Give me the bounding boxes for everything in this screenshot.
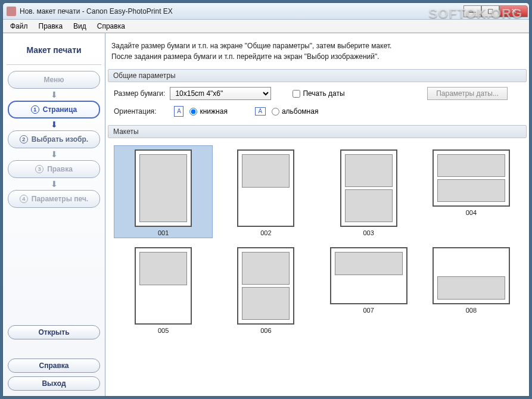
layout-thumb xyxy=(135,247,192,325)
app-window: Нов. макет печати - Canon Easy-PhotoPrin… xyxy=(2,2,530,397)
layouts-group: Макеты 001002003004005006007008 xyxy=(108,125,527,392)
layout-item[interactable]: 004 xyxy=(422,145,521,238)
layout-caption: 001 xyxy=(158,229,169,236)
layout-item[interactable]: 002 xyxy=(216,145,315,238)
paper-size-select[interactable]: 10x15cm 4"x6" xyxy=(170,87,271,100)
content-area: Макет печати Меню ⬇ 1 Страница ⬇ 2 Выбра… xyxy=(3,33,529,396)
arrow-down-icon: ⬇ xyxy=(7,91,101,98)
layout-caption: 004 xyxy=(466,209,477,216)
layout-thumb xyxy=(433,247,510,304)
layout-caption: 007 xyxy=(363,307,374,314)
layout-thumb xyxy=(237,149,294,227)
arrow-down-icon: ⬇ xyxy=(7,121,101,128)
layout-thumb xyxy=(433,149,510,207)
layout-item[interactable]: 007 xyxy=(319,243,418,336)
app-icon xyxy=(7,7,16,16)
layout-grid: 001002003004005006007008 xyxy=(110,143,524,338)
orientation-label: Ориентация: xyxy=(114,107,156,116)
minimize-button[interactable]: — xyxy=(463,5,481,17)
nav-step-page[interactable]: 1 Страница xyxy=(8,101,100,119)
general-params-header: Общие параметры xyxy=(108,69,527,82)
layout-thumb xyxy=(330,247,407,304)
titlebar: Нов. макет печати - Canon Easy-PhotoPrin… xyxy=(3,3,529,20)
general-params-group: Общие параметры Размер бумаги: 10x15cm 4… xyxy=(108,69,527,121)
layout-item[interactable]: 005 xyxy=(114,243,213,336)
layouts-header: Макеты xyxy=(108,125,527,138)
portrait-icon xyxy=(174,106,183,117)
print-date-checkbox[interactable]: Печать даты xyxy=(293,89,344,98)
orientation-portrait-radio[interactable]: книжная xyxy=(189,107,227,116)
close-button[interactable]: ✕ xyxy=(499,5,528,17)
sidebar-title: Макет печати xyxy=(7,37,101,65)
layout-caption: 002 xyxy=(260,229,271,236)
menu-edit[interactable]: Правка xyxy=(34,21,68,32)
menu-help[interactable]: Справка xyxy=(92,21,130,32)
orientation-landscape-radio[interactable]: альбомная xyxy=(272,107,319,116)
layout-caption: 006 xyxy=(260,327,271,334)
layout-caption: 005 xyxy=(158,327,169,334)
menu-file[interactable]: Файл xyxy=(5,21,33,32)
instruction-text: Задайте размер бумаги и т.п. на экране "… xyxy=(105,33,529,69)
paper-size-label: Размер бумаги: xyxy=(114,89,165,98)
nav-menu-button[interactable]: Меню xyxy=(8,71,100,89)
layout-caption: 008 xyxy=(466,307,477,314)
arrow-down-icon: ⬇ xyxy=(7,180,101,188)
layout-item[interactable]: 003 xyxy=(319,145,418,238)
maximize-button[interactable]: ▢ xyxy=(481,5,499,17)
date-params-button[interactable]: Параметры даты... xyxy=(427,87,508,100)
window-controls: — ▢ ✕ xyxy=(463,5,528,17)
menu-view[interactable]: Вид xyxy=(69,21,91,32)
layout-caption: 003 xyxy=(363,229,374,236)
nav-step-edit[interactable]: 3 Правка xyxy=(8,160,100,178)
open-button[interactable]: Открыть xyxy=(8,325,100,339)
layout-thumb xyxy=(340,149,397,227)
exit-button[interactable]: Выход xyxy=(8,376,100,391)
window-title: Нов. макет печати - Canon Easy-PhotoPrin… xyxy=(20,7,463,15)
main-panel: Задайте размер бумаги и т.п. на экране "… xyxy=(105,33,529,396)
layout-item[interactable]: 008 xyxy=(422,243,521,336)
menubar: Файл Правка Вид Справка xyxy=(3,20,529,33)
arrow-down-icon: ⬇ xyxy=(7,151,101,158)
layout-item[interactable]: 006 xyxy=(216,243,315,336)
layout-thumb xyxy=(237,247,294,325)
landscape-icon xyxy=(255,107,266,116)
nav-step-print-params[interactable]: 4 Параметры печ. xyxy=(8,190,100,208)
sidebar: Макет печати Меню ⬇ 1 Страница ⬇ 2 Выбра… xyxy=(3,33,105,396)
layout-thumb xyxy=(135,149,192,227)
layouts-scroll[interactable]: 001002003004005006007008 xyxy=(108,138,527,392)
help-button[interactable]: Справка xyxy=(8,359,100,373)
layout-item[interactable]: 001 xyxy=(114,145,213,238)
nav-step-select-images[interactable]: 2 Выбрать изобр. xyxy=(8,130,100,148)
